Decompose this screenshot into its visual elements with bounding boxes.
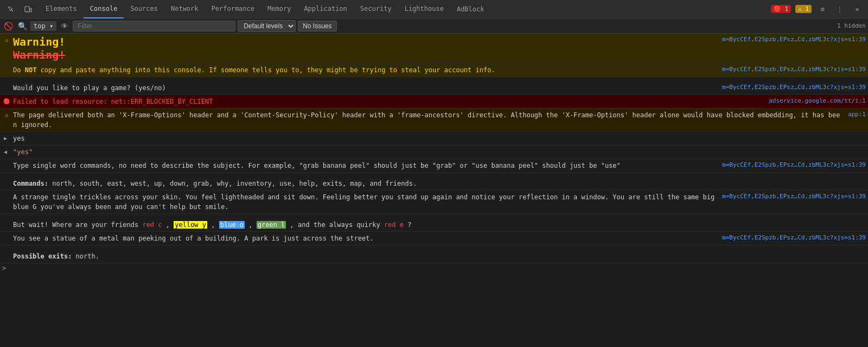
warning-main-source[interactable]: m=BycCEf,E2Spzb,EPsz…Cd,zbML3c?xjs=s1:39 bbox=[722, 65, 866, 73]
spacer-4 bbox=[0, 245, 868, 250]
friends-blue: blue o bbox=[219, 221, 245, 229]
tingle-source[interactable]: m=BycCEf,E2Spzb,EPsz…Cd,zbML3c?xjs=s1:39 bbox=[722, 192, 866, 200]
console-error-blocked: 🔴 Failed to load resource: net::ERR_BLOC… bbox=[0, 95, 868, 109]
xframe-warn-source[interactable]: app:1 bbox=[848, 110, 866, 118]
console-input[interactable] bbox=[9, 264, 866, 272]
close-icon[interactable]: ✕ bbox=[851, 3, 864, 16]
tab-network[interactable]: Network bbox=[164, 0, 205, 18]
svg-point-3 bbox=[27, 11, 28, 11]
friends-green: green l bbox=[257, 221, 286, 229]
console-xframe-warning: ⚠ The page delivered both an 'X-Frame-Op… bbox=[0, 109, 868, 132]
not-bold: NOT bbox=[25, 66, 37, 74]
tab-elements[interactable]: Elements bbox=[39, 0, 84, 18]
settings-icon[interactable]: ⚙ bbox=[816, 3, 829, 16]
error-count-badge[interactable]: 🔴 1 bbox=[771, 5, 791, 13]
tab-performance[interactable]: Performance bbox=[205, 0, 261, 18]
game-question-content: Would you like to play a game? (yes/no) bbox=[13, 83, 718, 93]
console-tingle: A strange tingle trickles across your sk… bbox=[0, 191, 868, 214]
console-toolbar: 🚫 🔍 top ▾ 👁 Default levels No Issues 1 h… bbox=[0, 18, 868, 34]
friends-comma1: , bbox=[166, 221, 174, 229]
svg-line-0 bbox=[11, 9, 14, 11]
instructions-icon bbox=[2, 160, 11, 170]
tab-security[interactable]: Security bbox=[354, 0, 398, 18]
warning-title: Warning! bbox=[13, 35, 718, 48]
console-input-row: > bbox=[0, 263, 868, 273]
game-question-icon bbox=[2, 83, 11, 92]
console-commands: Commands: north, south, east, west, up, … bbox=[0, 177, 868, 191]
console-warning-main: Do NOT copy and paste anything into this… bbox=[0, 64, 868, 77]
xframe-warn-content: The page delivered both an 'X-Frame-Opti… bbox=[13, 110, 844, 130]
warning-main-icon bbox=[2, 65, 11, 74]
console-instructions: Type single word commands, no need to de… bbox=[0, 159, 868, 173]
friends-comma4: , and the always quirky bbox=[290, 221, 384, 229]
console-friends: But wait! Where are your friends red c ,… bbox=[0, 218, 868, 232]
exits-icon bbox=[2, 251, 11, 261]
error-icon: 🔴 bbox=[2, 96, 11, 106]
warning-icon: ⚠ bbox=[2, 35, 11, 45]
hidden-count: 1 hidden bbox=[837, 22, 866, 29]
friends-content: But wait! Where are your friends red c ,… bbox=[13, 219, 866, 230]
tab-memory[interactable]: Memory bbox=[261, 0, 297, 18]
log-level-select[interactable]: Default levels bbox=[238, 20, 296, 32]
console-prompt: > bbox=[2, 264, 6, 272]
spacer-2 bbox=[0, 173, 868, 177]
no-issues-button[interactable]: No Issues bbox=[298, 21, 336, 31]
friends-red-e: red e bbox=[384, 221, 404, 229]
eye-icon[interactable]: 👁 bbox=[59, 20, 71, 32]
tab-list: Elements Console Sources Network Perform… bbox=[39, 0, 767, 18]
statue-content: You see a statue of a metal man peeking … bbox=[13, 233, 718, 244]
filter-icon[interactable]: 🔍 bbox=[16, 20, 28, 32]
tingle-content: A strange tingle trickles across your sk… bbox=[13, 192, 718, 212]
commands-content: Commands: north, south, east, west, up, … bbox=[13, 178, 866, 189]
exits-label: Possible exits: bbox=[13, 253, 72, 260]
error-blocked-content: Failed to load resource: net::ERR_BLOCKE… bbox=[13, 96, 764, 107]
console-warning-header: ⚠ Warning! Warning! m=BycCEf,E2Spzb,EPsz… bbox=[0, 34, 868, 64]
console-game-question: Would you like to play a game? (yes/no) … bbox=[0, 81, 868, 95]
friends-red-c: red c bbox=[142, 221, 162, 229]
devtools-left-icons bbox=[0, 3, 39, 16]
inspect-icon[interactable] bbox=[4, 3, 17, 16]
instructions-content: Type single word commands, no need to de… bbox=[13, 160, 718, 171]
context-selector[interactable]: top ▾ bbox=[30, 21, 56, 31]
warning-count-badge[interactable]: ⚠ 1 bbox=[795, 5, 812, 13]
xframe-warn-icon: ⚠ bbox=[2, 110, 11, 119]
friends-comma2: , bbox=[211, 221, 219, 229]
console-exits: Possible exits: north. bbox=[0, 250, 868, 263]
commands-list: north, south, east, west, up, down, grab… bbox=[52, 180, 417, 187]
warning-header-content: Warning! Warning! bbox=[13, 35, 718, 62]
tab-application[interactable]: Application bbox=[297, 0, 353, 18]
error-blocked-source[interactable]: adservice.google.com/tt/i:1 bbox=[769, 96, 866, 104]
tab-sources[interactable]: Sources bbox=[124, 0, 164, 18]
tab-bar: Elements Console Sources Network Perform… bbox=[0, 0, 868, 18]
friends-end: ? bbox=[407, 221, 411, 229]
tingle-icon bbox=[2, 192, 11, 201]
device-icon[interactable] bbox=[22, 3, 35, 16]
game-question-source[interactable]: m=BycCEf,E2Spzb,EPsz…Cd,zbML3c?xjs=s1:39 bbox=[722, 83, 866, 91]
spacer-3 bbox=[0, 214, 868, 218]
collapse-yes-icon[interactable]: ◀ bbox=[2, 147, 11, 156]
console-yes-string: ◀ "yes" bbox=[0, 146, 868, 159]
tab-lighthouse[interactable]: Lighthouse bbox=[398, 0, 450, 18]
expand-yes-icon[interactable]: ▶ bbox=[2, 133, 11, 143]
tab-adblock[interactable]: AdBlock bbox=[450, 0, 491, 18]
friends-pre: But wait! Where are your friends bbox=[13, 221, 142, 229]
friends-icon bbox=[2, 219, 11, 229]
statue-source[interactable]: m=BycCEf,E2Spzb,EPsz…Cd,zbML3c?xjs=s1:39 bbox=[722, 233, 866, 241]
yes-content: yes bbox=[13, 133, 866, 144]
console-content: ⚠ Warning! Warning! m=BycCEf,E2Spzb,EPsz… bbox=[0, 34, 868, 347]
commands-label: Commands: bbox=[13, 180, 48, 187]
instructions-source[interactable]: m=BycCEf,E2Spzb,EPsz…Cd,zbML3c?xjs=s1:39 bbox=[722, 160, 866, 168]
friends-comma3: , bbox=[248, 221, 256, 229]
exits-list: north. bbox=[76, 253, 99, 260]
more-icon[interactable]: ⋮ bbox=[833, 3, 846, 16]
yes-string-content: "yes" bbox=[13, 147, 866, 157]
filter-input[interactable] bbox=[73, 21, 235, 31]
warning-header-source[interactable]: m=BycCEf,E2Spzb,EPsz…Cd,zbML3c?xjs=s1:39 bbox=[722, 35, 866, 43]
warning-main-content: Do NOT copy and paste anything into this… bbox=[13, 65, 718, 75]
friends-yellow: yellow y bbox=[174, 221, 207, 229]
warning-subtitle: Warning! bbox=[13, 48, 718, 61]
console-statue: You see a statue of a metal man peeking … bbox=[0, 232, 868, 245]
clear-console-icon[interactable]: 🚫 bbox=[2, 20, 14, 32]
tab-console[interactable]: Console bbox=[84, 0, 124, 18]
do-not-text: Do NOT copy and paste anything into this… bbox=[13, 66, 495, 74]
